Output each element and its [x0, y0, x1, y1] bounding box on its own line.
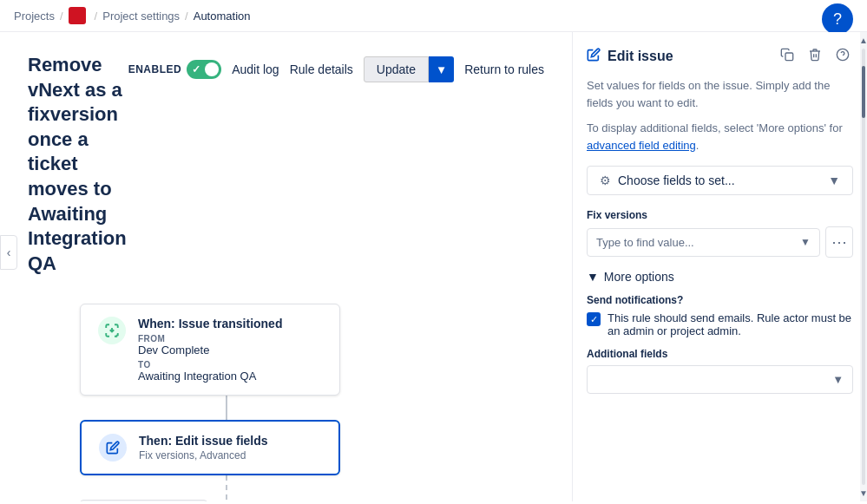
trigger-node[interactable]: When: Issue transitioned FROM Dev Comple…	[80, 304, 340, 396]
checkbox-label: This rule should send emails. Rule actor…	[608, 311, 853, 337]
right-panel: Edit issue	[572, 32, 867, 501]
update-button[interactable]: Update	[364, 56, 429, 82]
left-panel: Remove vNext as a fixversion once a tick…	[0, 32, 572, 501]
return-to-rules-button[interactable]: Return to rules	[464, 62, 544, 76]
delete-button[interactable]	[805, 46, 825, 67]
checkbox-check-icon: ✓	[590, 314, 598, 325]
more-options-toggle[interactable]: ▼ More options	[587, 270, 853, 284]
send-notifications-checkbox[interactable]: ✓	[587, 312, 601, 326]
choose-fields-button[interactable]: ⚙ Choose fields to set... ▼	[587, 166, 853, 195]
action-content: Then: Edit issue fields Fix versions, Ad…	[139, 434, 268, 461]
update-dropdown-button[interactable]: ▼	[429, 56, 454, 82]
trigger-content: When: Issue transitioned FROM Dev Comple…	[138, 317, 282, 383]
toggle-thumb	[205, 62, 219, 76]
send-notifications-label: Send notifications?	[587, 294, 853, 306]
edit-icon	[587, 48, 601, 65]
chevron-down-icon-2: ▼	[800, 236, 811, 248]
fix-versions-placeholder: Type to find value...	[596, 236, 694, 249]
connector-2	[226, 475, 227, 500]
panel-desc-2: To display additional fields, select 'Mo…	[587, 120, 853, 154]
panel-title: Edit issue	[587, 48, 673, 65]
send-notifications-row: ✓ This rule should send emails. Rule act…	[587, 311, 853, 337]
panel-desc-2-text: To display additional fields, select 'Mo…	[587, 121, 843, 134]
header-actions: ENABLED ✓ Audit log Rule details Update …	[128, 56, 544, 82]
project-avatar	[69, 7, 86, 24]
right-scrollbar[interactable]: ▲ ▼	[860, 32, 867, 501]
enabled-label: ENABLED	[128, 63, 182, 75]
help-button[interactable]: ?	[822, 3, 853, 35]
trigger-to-value: Awaiting Integration QA	[138, 370, 282, 383]
trigger-to-label: TO	[138, 360, 282, 370]
action-subtitle: Fix versions, Advanced	[139, 449, 268, 461]
chevron-down-icon-3: ▼	[587, 270, 599, 284]
panel-title-text: Edit issue	[608, 49, 673, 64]
trigger-from-value: Dev Complete	[138, 344, 282, 357]
audit-log-link[interactable]: Audit log	[232, 62, 279, 76]
more-options-label: More options	[604, 270, 674, 284]
chevron-down-icon: ▼	[828, 173, 840, 187]
help-info-button[interactable]	[832, 46, 853, 67]
choose-fields-label: Choose fields to set...	[618, 173, 735, 187]
action-icon	[99, 434, 127, 461]
panel-desc-2-end: .	[696, 139, 700, 152]
scroll-track	[862, 49, 865, 485]
page-header: Remove vNext as a fixversion once a tick…	[28, 53, 544, 276]
add-component-button[interactable]: + Add component	[80, 500, 207, 501]
duplicate-button[interactable]	[777, 46, 798, 67]
breadcrumb-projects[interactable]: Projects	[14, 10, 55, 23]
fix-versions-input[interactable]: Type to find value... ▼	[587, 228, 820, 257]
page-title: Remove vNext as a fixversion once a tick…	[28, 53, 128, 276]
additional-fields-input[interactable]: ▼	[587, 365, 853, 394]
panel-header: Edit issue	[587, 46, 853, 67]
toggle-track: ✓	[187, 60, 221, 79]
panel-desc-1: Set values for fields on the issue. Simp…	[587, 77, 853, 111]
action-title: Then: Edit issue fields	[139, 434, 268, 448]
connector-1	[226, 396, 227, 420]
panel-actions	[777, 46, 853, 67]
trigger-from-label: FROM	[138, 334, 282, 344]
gear-icon: ⚙	[600, 173, 611, 187]
fix-versions-row: Type to find value... ▼ ⋯	[587, 226, 853, 258]
more-options-section: ▼ More options Send notifications? ✓ Thi…	[587, 270, 853, 394]
svg-rect-1	[785, 53, 793, 61]
rule-details-link[interactable]: Rule details	[290, 62, 353, 76]
additional-fields-scroll-icon: ▼	[832, 373, 844, 386]
fix-versions-label: Fix versions	[587, 209, 853, 221]
breadcrumb: Projects / / Project settings / Automati…	[0, 0, 867, 32]
toggle-check-icon: ✓	[192, 63, 200, 75]
action-node[interactable]: Then: Edit issue fields Fix versions, Ad…	[80, 420, 340, 475]
trigger-icon	[98, 317, 126, 344]
workflow-canvas: When: Issue transitioned FROM Dev Comple…	[28, 304, 544, 501]
breadcrumb-sep-1: /	[60, 10, 63, 23]
scroll-handle	[862, 66, 865, 118]
breadcrumb-automation: Automation	[194, 10, 251, 23]
enabled-group: ENABLED ✓	[128, 60, 222, 79]
additional-fields-label: Additional fields	[587, 348, 853, 360]
breadcrumb-sep-3: /	[185, 10, 188, 23]
scroll-up-icon[interactable]: ▲	[859, 36, 867, 45]
update-btn-group: Update ▼	[364, 56, 454, 82]
advanced-field-editing-link[interactable]: advanced field editing	[587, 139, 696, 152]
breadcrumb-sep-2: /	[95, 10, 98, 23]
trigger-title: When: Issue transitioned	[138, 317, 282, 331]
fix-versions-more-button[interactable]: ⋯	[825, 226, 853, 258]
scroll-down-icon[interactable]: ▼	[859, 488, 867, 498]
breadcrumb-project-settings[interactable]: Project settings	[102, 10, 180, 23]
enabled-toggle[interactable]: ✓	[187, 60, 221, 79]
